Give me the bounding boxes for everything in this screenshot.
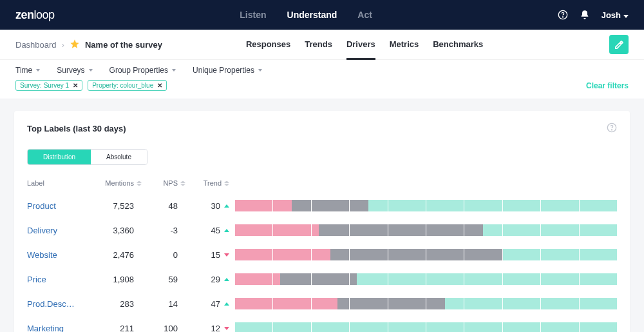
- breadcrumb-root[interactable]: Dashboard: [15, 40, 57, 50]
- trend-value: 45: [191, 226, 229, 235]
- subnav-tabs: ResponsesTrendsDriversMetricsBenchmarks: [246, 34, 483, 55]
- table-row: Price1,9085929: [27, 267, 617, 291]
- trend-down-icon: [224, 327, 229, 330]
- col-label[interactable]: Label: [27, 179, 85, 187]
- nps-value: 59: [147, 275, 185, 284]
- top-nav: zenloop ListenUnderstandAct Josh: [0, 0, 644, 30]
- labels-table: Label Mentions NPS Trend Product7,523483…: [27, 175, 617, 332]
- filter-chips-row: Survey: Survey 1✕Property: colour_blue✕C…: [15, 80, 629, 91]
- topnav-link-act[interactable]: Act: [357, 10, 372, 20]
- label-link[interactable]: Marketing: [27, 324, 85, 333]
- sort-icon: [180, 180, 185, 186]
- distribution-bar: [234, 298, 617, 309]
- filter-unique-properties[interactable]: Unique Properties: [193, 66, 262, 75]
- clear-filters[interactable]: Clear filters: [586, 81, 629, 90]
- filter-bar: TimeSurveysGroup PropertiesUnique Proper…: [0, 59, 644, 99]
- close-icon[interactable]: ✕: [157, 82, 162, 89]
- nps-value: 100: [147, 324, 185, 333]
- trend-up-icon: [224, 302, 229, 306]
- mentions-value: 283: [90, 299, 142, 309]
- sub-nav: Dashboard › Name of the survey Responses…: [0, 30, 644, 59]
- mentions-value: 1,908: [90, 275, 142, 284]
- toggle-absolute[interactable]: Absolute: [91, 150, 147, 164]
- topnav-right: Josh: [558, 10, 629, 20]
- chip-label: Survey: Survey 1: [20, 82, 69, 89]
- mentions-value: 7,523: [90, 201, 142, 211]
- star-icon[interactable]: [70, 39, 80, 51]
- sort-icon: [224, 180, 229, 186]
- table-row: Product7,5234830: [27, 193, 617, 218]
- tab-drivers[interactable]: Drivers: [346, 39, 375, 60]
- topnav-link-understand[interactable]: Understand: [287, 10, 337, 20]
- brand-logo: zenloop: [15, 8, 55, 22]
- close-icon[interactable]: ✕: [73, 82, 78, 89]
- breadcrumb: Dashboard › Name of the survey: [15, 39, 162, 51]
- nps-value: 0: [147, 250, 185, 260]
- col-mentions[interactable]: Mentions: [90, 179, 142, 187]
- trend-value: 29: [191, 275, 229, 284]
- trend-value: 30: [191, 201, 229, 211]
- top-labels-card: Top Labels (last 30 days) Distribution A…: [14, 111, 630, 332]
- brand-part1: zen: [15, 8, 34, 21]
- info-icon[interactable]: [607, 122, 617, 135]
- user-menu[interactable]: Josh: [601, 10, 629, 20]
- filter-surveys[interactable]: Surveys: [57, 66, 92, 75]
- table-row: Delivery3,360-345: [27, 218, 617, 242]
- user-name: Josh: [601, 10, 621, 20]
- trend-up-icon: [224, 278, 229, 281]
- filter-chip[interactable]: Survey: Survey 1✕: [15, 80, 82, 91]
- svg-point-1: [562, 17, 563, 17]
- nps-value: 14: [147, 299, 185, 309]
- col-label-text: Label: [27, 179, 44, 187]
- label-link[interactable]: Price: [27, 275, 85, 284]
- tab-benchmarks[interactable]: Benchmarks: [433, 39, 483, 60]
- label-link[interactable]: Delivery: [27, 226, 85, 235]
- distribution-toggle: Distribution Absolute: [27, 149, 147, 165]
- label-link[interactable]: Product: [27, 201, 85, 211]
- nps-value: -3: [147, 226, 185, 235]
- distribution-bar: [234, 224, 617, 236]
- chevron-right-icon: ›: [62, 40, 64, 50]
- survey-name[interactable]: Name of the survey: [85, 40, 162, 50]
- table-header: Label Mentions NPS Trend: [27, 175, 617, 193]
- distribution-bar: [234, 322, 617, 332]
- mentions-value: 211: [90, 324, 142, 333]
- trend-value: 12: [191, 324, 229, 333]
- bell-icon[interactable]: [580, 10, 590, 20]
- distribution-bar: [234, 273, 617, 285]
- tab-metrics[interactable]: Metrics: [390, 39, 419, 60]
- card-title: Top Labels (last 30 days): [27, 124, 126, 133]
- caret-down-icon: [623, 10, 629, 20]
- tab-responses[interactable]: Responses: [246, 39, 290, 60]
- trend-value: 15: [191, 250, 229, 260]
- filter-group-properties[interactable]: Group Properties: [109, 66, 176, 75]
- col-nps-text: NPS: [163, 179, 178, 187]
- distribution-bar: [234, 200, 617, 211]
- topnav-center: ListenUnderstandAct: [55, 10, 558, 20]
- table-row: Website2,476015: [27, 242, 617, 267]
- mentions-value: 3,360: [90, 226, 142, 235]
- trend-down-icon: [224, 253, 229, 257]
- topnav-link-listen[interactable]: Listen: [240, 10, 266, 20]
- filter-dropdowns-row: TimeSurveysGroup PropertiesUnique Proper…: [15, 66, 629, 75]
- filter-chip[interactable]: Property: colour_blue✕: [88, 80, 167, 91]
- svg-point-3: [611, 130, 612, 130]
- edit-button[interactable]: [609, 35, 629, 54]
- label-link[interactable]: Website: [27, 250, 85, 260]
- mentions-value: 2,476: [90, 250, 142, 260]
- filter-time[interactable]: Time: [15, 66, 40, 75]
- trend-value: 47: [191, 299, 229, 309]
- trend-up-icon: [224, 229, 229, 232]
- card-header: Top Labels (last 30 days): [27, 122, 617, 135]
- brand-part2: loop: [34, 8, 55, 21]
- toggle-distribution[interactable]: Distribution: [28, 150, 91, 164]
- help-icon[interactable]: [558, 10, 568, 20]
- col-mentions-text: Mentions: [105, 179, 134, 187]
- col-trend[interactable]: Trend: [191, 179, 229, 187]
- col-nps[interactable]: NPS: [147, 179, 185, 187]
- tab-trends[interactable]: Trends: [305, 39, 332, 60]
- col-trend-text: Trend: [204, 179, 222, 187]
- nps-value: 48: [147, 201, 185, 211]
- chip-label: Property: colour_blue: [92, 82, 153, 89]
- label-link[interactable]: Prod.Desc…: [27, 299, 85, 309]
